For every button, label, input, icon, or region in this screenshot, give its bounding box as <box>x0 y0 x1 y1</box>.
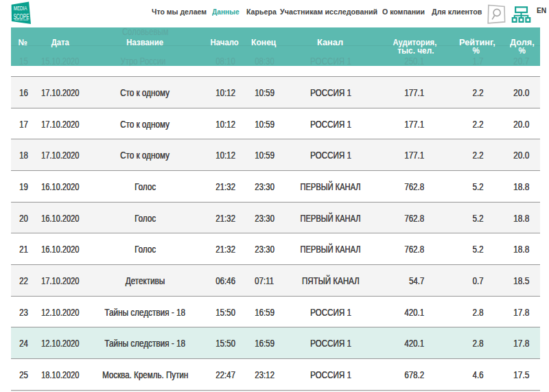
svg-text:MEDIA: MEDIA <box>14 5 27 12</box>
svg-text:SCOPE: SCOPE <box>13 12 29 21</box>
